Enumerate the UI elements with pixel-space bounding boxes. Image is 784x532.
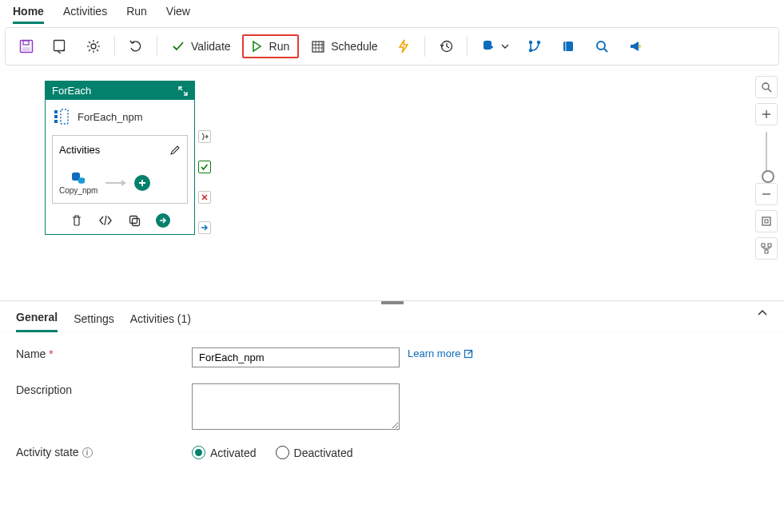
canvas-tools: [754, 76, 779, 260]
radio-label-deactivated: Deactivated: [294, 447, 353, 459]
radio-deactivated[interactable]: Deactivated: [276, 446, 353, 459]
svg-rect-31: [54, 115, 58, 118]
search-tb-button[interactable]: [587, 35, 616, 58]
clone-button[interactable]: [127, 213, 141, 228]
undo-icon: [128, 38, 144, 54]
edit-icon[interactable]: [169, 145, 181, 156]
canvas-search-button[interactable]: [755, 76, 778, 98]
save-as-button[interactable]: [46, 35, 74, 58]
separator: [114, 36, 115, 57]
svg-rect-41: [765, 220, 768, 223]
svg-line-28: [604, 49, 607, 52]
connector-completion[interactable]: [198, 221, 211, 234]
zoom-slider[interactable]: [766, 132, 767, 177]
pipeline-canvas[interactable]: ForEach ForEach_npm Activities: [0, 71, 749, 300]
branch-button[interactable]: [520, 35, 549, 58]
schedule-button[interactable]: Schedule: [304, 35, 384, 58]
activity-state-text: Activity state: [16, 446, 79, 459]
description-input[interactable]: [192, 383, 400, 430]
lightning-icon: [396, 38, 412, 54]
svg-point-27: [597, 42, 605, 50]
tab-home[interactable]: Home: [13, 3, 44, 24]
svg-point-38: [762, 83, 769, 89]
svg-rect-3: [54, 41, 65, 51]
delete-button[interactable]: [70, 213, 84, 228]
svg-point-4: [63, 50, 65, 51]
foreach-icon: [54, 108, 70, 125]
save-as-icon: [52, 38, 68, 54]
zoom-out-button[interactable]: [755, 183, 778, 205]
svg-point-24: [536, 41, 539, 44]
svg-line-39: [768, 89, 771, 92]
svg-rect-44: [765, 250, 768, 253]
panel-collapse-button[interactable]: [757, 308, 768, 319]
svg-rect-26: [565, 42, 567, 51]
activities-container[interactable]: Activities Copy_npm: [52, 135, 188, 204]
expand-icon[interactable]: [178, 86, 188, 96]
svg-rect-2: [22, 47, 30, 51]
properties-panel: General Settings Activities (1) Name * L…: [0, 300, 784, 532]
card-name: ForEach_npm: [78, 111, 143, 123]
schedule-label: Schedule: [331, 40, 377, 53]
fit-screen-button[interactable]: [755, 210, 778, 232]
foreach-activity-card[interactable]: ForEach ForEach_npm Activities: [45, 81, 195, 235]
history-button[interactable]: [432, 35, 460, 58]
play-icon: [249, 38, 265, 54]
book-icon: [560, 38, 576, 54]
radio-dot-deactivated: [276, 446, 289, 459]
connector-skip[interactable]: [198, 130, 211, 143]
description-label: Description: [16, 383, 192, 396]
copy-activity[interactable]: Copy_npm: [59, 170, 98, 195]
layout-button[interactable]: [755, 237, 778, 260]
card-footer: [46, 210, 194, 234]
activities-header: Activities: [59, 144, 181, 156]
copy-activity-label: Copy_npm: [59, 186, 98, 195]
status-connectors: [198, 130, 211, 234]
database-icon: [480, 38, 496, 54]
svg-rect-25: [563, 42, 573, 51]
announce-button[interactable]: [621, 35, 650, 58]
go-button[interactable]: [156, 213, 170, 228]
external-link-icon: [464, 349, 473, 359]
radio-activated[interactable]: Activated: [192, 446, 257, 459]
learn-more-text: Learn more: [408, 347, 460, 359]
validate-label: Validate: [191, 40, 231, 53]
card-header: ForEach: [46, 81, 194, 100]
data-button[interactable]: [474, 35, 515, 58]
svg-line-12: [89, 50, 90, 51]
trigger-button[interactable]: [389, 35, 418, 58]
separator: [467, 36, 468, 57]
tab-view[interactable]: View: [166, 3, 190, 24]
settings-button[interactable]: [79, 35, 108, 58]
required-marker: *: [49, 347, 53, 360]
panel-tab-activities[interactable]: Activities (1): [130, 309, 191, 332]
radio-dot-activated: [192, 446, 205, 459]
code-button[interactable]: [98, 213, 113, 228]
connector-success[interactable]: [198, 161, 211, 173]
check-icon: [170, 38, 186, 54]
svg-rect-40: [762, 217, 770, 225]
megaphone-icon: [627, 38, 643, 54]
svg-point-23: [528, 49, 531, 52]
save-button[interactable]: [12, 35, 41, 58]
toolbar: Validate Run Schedule: [5, 27, 779, 66]
svg-line-13: [97, 42, 98, 43]
tab-run[interactable]: Run: [126, 3, 147, 24]
panel-tab-general[interactable]: General: [16, 308, 58, 332]
panel-tab-settings[interactable]: Settings: [74, 309, 114, 332]
undo-button[interactable]: [121, 35, 150, 58]
name-label: Name *: [16, 347, 192, 360]
info-icon[interactable]: i: [82, 447, 93, 458]
add-activity-button[interactable]: [134, 175, 150, 191]
svg-point-5: [91, 44, 96, 49]
docs-button[interactable]: [554, 35, 583, 58]
learn-more-link[interactable]: Learn more: [408, 347, 473, 359]
svg-line-10: [89, 42, 90, 43]
activity-state-label: Activity state i: [16, 446, 192, 459]
run-button[interactable]: Run: [242, 34, 300, 58]
tab-activities[interactable]: Activities: [63, 3, 107, 24]
name-input[interactable]: [192, 347, 400, 367]
validate-button[interactable]: Validate: [164, 35, 237, 58]
connector-failure[interactable]: [198, 191, 211, 204]
zoom-in-button[interactable]: [755, 103, 778, 125]
